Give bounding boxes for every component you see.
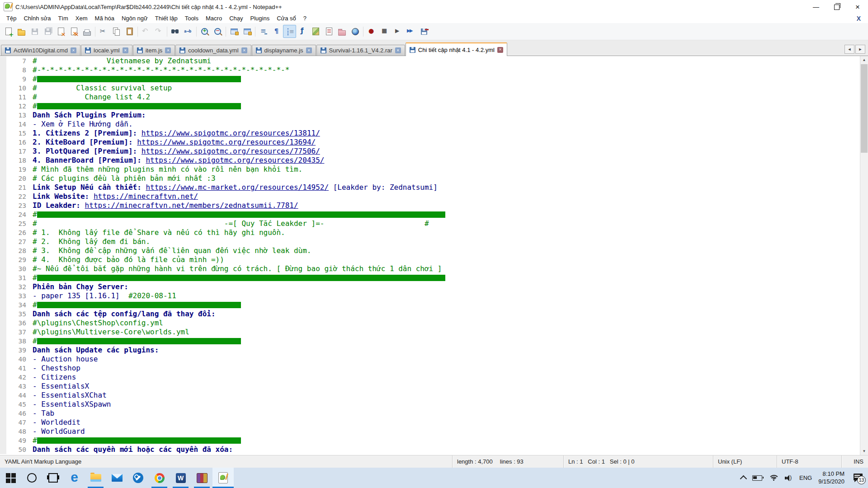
notepad-plus-plus-taskbar-button[interactable] [212, 468, 234, 488]
menu-item-ngon-ngu[interactable]: Ngôn ngữ [118, 14, 151, 23]
tab-cooldown-data-yml[interactable]: cooldown_data.yml× [175, 45, 251, 56]
line-number[interactable]: 17 [0, 147, 28, 156]
line-number[interactable]: 24 [0, 210, 28, 219]
line-number[interactable]: 22 [0, 192, 28, 201]
url-link[interactable]: https://minecraftvn.net/members/zednatsu… [85, 201, 298, 210]
menu-item-tools[interactable]: Tools [181, 14, 202, 23]
menu-item-thiet-lap[interactable]: Thiết lập [151, 14, 181, 23]
zoom-in-button[interactable] [198, 25, 211, 38]
word-taskbar-button[interactable]: W [170, 468, 191, 488]
url-link[interactable]: https://www.spigotmc.org/resources/13694… [137, 138, 316, 146]
editor-area[interactable]: 7# Vietnamese by Zednatsumi8#-*-*-*-*-*-… [0, 56, 868, 455]
line-number[interactable]: 10 [0, 84, 28, 93]
monitoring-button[interactable] [349, 25, 362, 38]
menu-item-tim[interactable]: Tìm [54, 14, 71, 23]
edge-taskbar-button[interactable]: e [64, 468, 85, 488]
line-number[interactable]: 30 [0, 264, 28, 273]
line-number[interactable]: 49 [0, 436, 28, 445]
restore-button[interactable] [826, 0, 847, 14]
url-link[interactable]: https://www.spigotmc.org/resources/20435… [146, 156, 324, 164]
paste-button[interactable] [123, 25, 136, 38]
menu-item-ma-hoa[interactable]: Mã hóa [91, 14, 118, 23]
scrollbar-down-button[interactable]: ▼ [860, 447, 868, 455]
tab-close-button[interactable]: × [497, 47, 503, 53]
print-button[interactable] [80, 25, 94, 38]
line-number[interactable]: 7 [0, 56, 28, 66]
chrome-taskbar-button[interactable] [149, 468, 170, 488]
start-taskbar-button[interactable] [0, 468, 21, 488]
line-number[interactable]: 20 [0, 174, 28, 183]
line-number[interactable]: 43 [0, 382, 28, 391]
macro-play-button[interactable] [391, 25, 404, 38]
language-indicator[interactable]: ENG [799, 474, 812, 481]
tab-scroll-right-button[interactable]: ► [855, 45, 865, 54]
battery-icon[interactable] [752, 475, 762, 481]
line-number[interactable]: 31 [0, 273, 28, 282]
line-number[interactable]: 19 [0, 165, 28, 174]
line-number[interactable]: 50 [0, 445, 28, 454]
menu-item-macro[interactable]: Macro [202, 14, 226, 23]
tab-close-button[interactable]: × [241, 47, 247, 53]
line-number[interactable]: 27 [0, 237, 28, 246]
copy-button[interactable] [110, 25, 123, 38]
mail-taskbar-button[interactable] [106, 468, 127, 488]
cut-button[interactable] [97, 25, 110, 38]
file-explorer-taskbar-button[interactable] [85, 468, 106, 488]
close-all-doc-button[interactable] [67, 25, 80, 38]
line-number[interactable]: 14 [0, 120, 28, 129]
task-view-taskbar-button[interactable] [42, 468, 64, 488]
line-number[interactable]: 13 [0, 111, 28, 120]
line-number[interactable]: 26 [0, 228, 28, 237]
show-hidden-icons-button[interactable] [740, 475, 747, 483]
indent-guide-button[interactable] [283, 25, 296, 38]
line-number[interactable]: 15 [0, 129, 28, 138]
url-link[interactable]: https://www.spigotmc.org/resources/77506… [142, 147, 320, 155]
clock[interactable]: 8:10 PM 9/15/2020 [818, 470, 844, 486]
line-number[interactable]: 12 [0, 102, 28, 111]
wifi-icon[interactable] [769, 475, 778, 481]
tab-close-button[interactable]: × [123, 47, 128, 53]
menu-item-chinh-sua[interactable]: Chỉnh sửa [20, 14, 54, 23]
tab-scroll-left-button[interactable]: ◄ [844, 45, 854, 54]
new-file-button[interactable] [2, 25, 15, 38]
close-doc-button[interactable] [54, 25, 67, 38]
tab-actwin10digital-cmd[interactable]: ActWin10Digital.cmd× [1, 45, 80, 56]
sync-h-button[interactable] [241, 25, 254, 38]
tab-close-button[interactable]: × [306, 47, 312, 53]
line-number[interactable]: 40 [0, 355, 28, 364]
line-number[interactable]: 28 [0, 246, 28, 255]
line-number[interactable]: 8 [0, 66, 28, 75]
macro-save-button[interactable] [417, 25, 430, 38]
find-button[interactable] [169, 25, 182, 38]
line-number[interactable]: 29 [0, 255, 28, 264]
line-number[interactable]: 44 [0, 391, 28, 400]
macro-run-multiple-button[interactable] [404, 25, 417, 38]
notification-center-button[interactable]: 13 [854, 474, 864, 483]
line-number[interactable]: 34 [0, 300, 28, 310]
menu-item-cua-so[interactable]: Cửa sổ [273, 14, 300, 23]
menu-item-xem[interactable]: Xem [72, 14, 91, 23]
tab-chi-tiet-cap-nhat-4-1-4-2-yml[interactable]: Chi tiết cập nhật 4.1 - 4.2.yml× [406, 42, 507, 56]
speaker-icon[interactable]: ) [785, 475, 793, 481]
line-number[interactable]: 48 [0, 427, 28, 436]
line-number[interactable]: 36 [0, 319, 28, 328]
menu-item-[interactable]: ? [300, 14, 310, 23]
tool-app-taskbar-button[interactable] [127, 468, 149, 488]
url-link[interactable]: https://www.spigotmc.org/resources/13811… [142, 129, 320, 137]
tab-survival-1-16-1-v4-2-rar[interactable]: Survival-1.16.1_V4.2.rar× [316, 45, 405, 56]
doc-list-button[interactable] [322, 25, 335, 38]
close-button[interactable]: × [847, 0, 868, 14]
vertical-scrollbar[interactable]: ▲ ▼ [860, 56, 868, 455]
folder-workspace-button[interactable] [335, 25, 349, 38]
menu-item-tep[interactable]: Tệp [3, 14, 20, 23]
line-number[interactable]: 11 [0, 93, 28, 102]
scrollbar-up-button[interactable]: ▲ [860, 56, 868, 64]
line-number[interactable]: 39 [0, 346, 28, 355]
line-number[interactable]: 35 [0, 310, 28, 319]
line-number[interactable]: 25 [0, 219, 28, 228]
menu-item-chay[interactable]: Chạy [226, 14, 246, 23]
tab-close-button[interactable]: × [71, 47, 76, 53]
doc-map-button[interactable] [309, 25, 322, 38]
menubar-close-document-button[interactable]: X [854, 15, 863, 22]
line-number[interactable]: 38 [0, 337, 28, 346]
